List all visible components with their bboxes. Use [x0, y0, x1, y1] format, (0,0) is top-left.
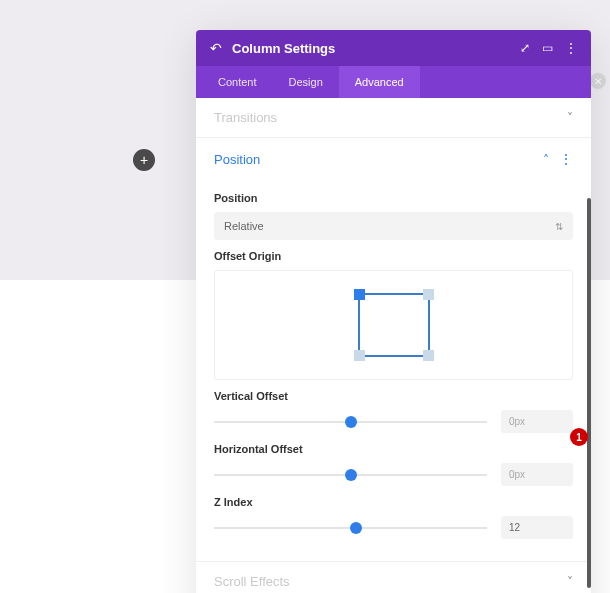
- label-position: Position: [214, 192, 573, 204]
- label-vertical-offset: Vertical Offset: [214, 390, 573, 402]
- exit-visual-builder-icon[interactable]: ✕: [590, 73, 606, 89]
- z-index-slider[interactable]: [214, 527, 487, 529]
- z-index-row: 12: [214, 516, 573, 539]
- tab-content[interactable]: Content: [202, 66, 273, 98]
- vertical-offset-input[interactable]: 0px: [501, 410, 573, 433]
- chevron-down-icon: ˅: [567, 111, 573, 125]
- slider-thumb[interactable]: [345, 416, 357, 428]
- chevron-down-icon: ˅: [567, 575, 573, 589]
- origin-handle-bottom-left[interactable]: [354, 350, 365, 361]
- section-title-transitions: Transitions: [214, 110, 277, 125]
- panel-layout-icon[interactable]: ▭: [542, 41, 553, 55]
- tab-design[interactable]: Design: [273, 66, 339, 98]
- scrollbar[interactable]: [587, 198, 591, 588]
- slider-thumb[interactable]: [350, 522, 362, 534]
- origin-square: [358, 293, 430, 357]
- more-menu-icon[interactable]: ⋮: [565, 41, 577, 55]
- origin-handle-top-right[interactable]: [423, 289, 434, 300]
- section-position-content: Position Relative ⇅ Offset Origin Vertic…: [196, 180, 591, 561]
- section-position-header[interactable]: Position ˄ ⋮: [196, 138, 591, 180]
- label-z-index: Z Index: [214, 496, 573, 508]
- section-transitions[interactable]: Transitions ˅: [196, 98, 591, 138]
- section-title-scroll-effects: Scroll Effects: [214, 574, 290, 589]
- horizontal-offset-row: 0px: [214, 463, 573, 486]
- label-horizontal-offset: Horizontal Offset: [214, 443, 573, 455]
- slider-thumb[interactable]: [345, 469, 357, 481]
- tab-advanced[interactable]: Advanced: [339, 66, 420, 98]
- panel-body: Transitions ˅ Position ˄ ⋮ Position Rela…: [196, 98, 591, 593]
- modal-title: Column Settings: [232, 41, 510, 56]
- select-chevron-icon: ⇅: [555, 221, 563, 232]
- position-select-value: Relative: [224, 220, 264, 232]
- horizontal-offset-slider[interactable]: [214, 474, 487, 476]
- column-settings-modal: ↶ Column Settings ⤢ ▭ ⋮ Content Design A…: [196, 30, 591, 593]
- horizontal-offset-input[interactable]: 0px: [501, 463, 573, 486]
- plus-icon: +: [140, 152, 148, 168]
- back-icon[interactable]: ↶: [210, 40, 222, 56]
- section-more-icon[interactable]: ⋮: [559, 151, 573, 167]
- vertical-offset-slider[interactable]: [214, 421, 487, 423]
- header-actions: ⤢ ▭ ⋮: [520, 41, 577, 55]
- add-module-button[interactable]: +: [133, 149, 155, 171]
- modal-header: ↶ Column Settings ⤢ ▭ ⋮: [196, 30, 591, 66]
- offset-origin-picker: [214, 270, 573, 380]
- section-title-position: Position: [214, 152, 260, 167]
- expand-icon[interactable]: ⤢: [520, 41, 530, 55]
- origin-handle-top-left[interactable]: [354, 289, 365, 300]
- vertical-offset-row: 0px: [214, 410, 573, 433]
- annotation-callout-1: 1: [570, 428, 588, 446]
- chevron-up-icon: ˄: [543, 153, 549, 167]
- position-select[interactable]: Relative ⇅: [214, 212, 573, 240]
- z-index-input[interactable]: 12: [501, 516, 573, 539]
- label-offset-origin: Offset Origin: [214, 250, 573, 262]
- tabs: Content Design Advanced: [196, 66, 591, 98]
- origin-handle-bottom-right[interactable]: [423, 350, 434, 361]
- section-scroll-effects[interactable]: Scroll Effects ˅: [196, 561, 591, 593]
